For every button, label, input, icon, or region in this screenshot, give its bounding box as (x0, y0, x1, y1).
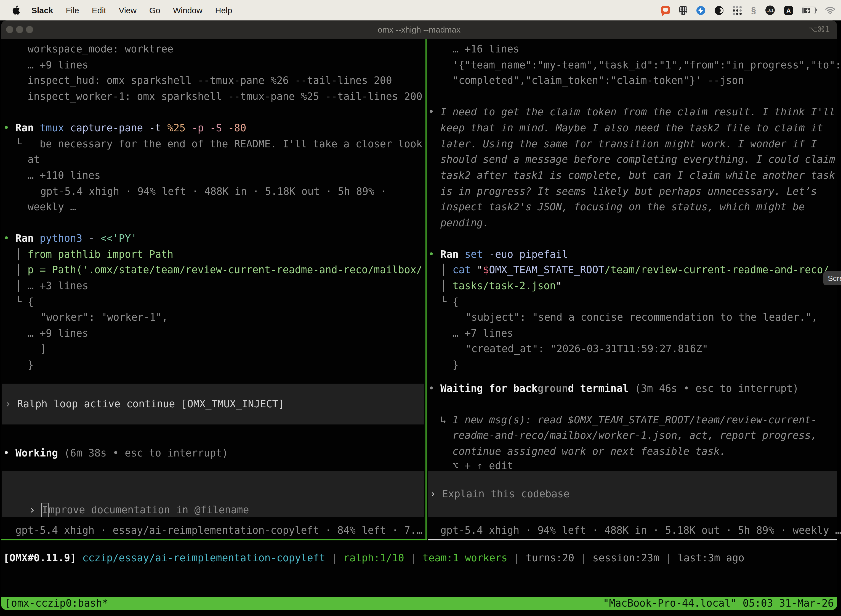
thinking-line: later. Using the same for transition mig… (440, 136, 817, 152)
thinking-line: task2 after task1 is complete, but can I… (440, 167, 835, 183)
working-status-line: • Working (6m 38s • esc to interrupt) (3, 445, 228, 461)
terminal-line: └ be necessary for the end of the README… (15, 136, 422, 152)
menu-status-tray: § ..61 A (661, 0, 835, 21)
crescent-app-icon[interactable] (715, 6, 724, 15)
ran-command-line: • Ran tmux capture-pane -t %25 -p -S -80 (3, 120, 246, 136)
right-pane-border (428, 539, 837, 540)
menu-app-name[interactable]: Slack (31, 6, 53, 15)
tmux-host-clock: "MacBook-Pro-44.local" 05:03 31-Mar-26 (603, 597, 834, 610)
prompt-input-left[interactable]: › Improve documentation in @filename (5, 486, 249, 502)
prompt-input-right[interactable]: › Explain this codebase (430, 486, 570, 502)
pane-separator[interactable] (425, 39, 426, 540)
terminal-line: … +9 lines (28, 57, 88, 73)
ran-command-line: • Ran python3 - <<'PY' (3, 230, 137, 246)
text-cursor: I (41, 503, 48, 517)
prompt-chevron: › (29, 504, 41, 516)
terminal-line: │ tasks/task-2.json" (440, 278, 562, 294)
message-hint-line: readme-and-reco/mailbox/worker-1.json, a… (453, 427, 817, 443)
terminal-line: "worker": "worker-1", (40, 309, 168, 325)
terminal-line: │ cat "$OMX_TEAM_STATE_ROOT/team/review-… (440, 262, 829, 278)
thinking-line: inspect task2's JSON, focusing on the st… (440, 199, 805, 215)
menu-help[interactable]: Help (215, 6, 232, 15)
input-placeholder: mprove documentation in @filename (48, 504, 249, 516)
terminal-line: … +16 lines (453, 41, 519, 57)
terminal-line: └ { (440, 294, 459, 309)
input-source-icon[interactable]: A (784, 6, 793, 15)
lightning-bolt-icon[interactable] (696, 6, 705, 15)
terminal-line: … +9 lines (28, 325, 88, 341)
terminal-line: weekly … (28, 199, 76, 215)
thinking-line: should send a message before completing … (440, 151, 835, 167)
menu-bar: Slack File Edit View Go Window Help § ..… (0, 0, 841, 21)
message-hint-line: ↳ 1 new msg(s): read $OMX_TEAM_STATE_ROO… (440, 412, 817, 428)
keyboard-shield-icon[interactable] (679, 6, 687, 15)
model-status-line: gpt-5.4 xhigh · 94% left · 488K in · 5.1… (440, 522, 841, 538)
terminal-line: inspect_hud: omx sparkshell --tmux-pane … (28, 72, 392, 88)
model-status-line: gpt-5.4 xhigh · essay/ai-reimplementatio… (15, 522, 422, 538)
terminal-line: │ … +3 lines (15, 278, 88, 294)
terminal-line: "subject": "send a concise recommendatio… (465, 309, 818, 325)
edit-shortcut-hint: ⌥ + ↑ edit (453, 458, 513, 474)
stat-badge-icon[interactable]: ..61 (765, 6, 775, 15)
message-hint-line: continue assigned work or next feasible … (453, 443, 726, 459)
terminal-line: │ p = Path('.omx/state/team/review-curre… (15, 262, 422, 278)
terminal-line: workspace_mode: worktree (28, 41, 173, 57)
menu-view[interactable]: View (119, 6, 136, 15)
battery-icon[interactable] (802, 6, 816, 14)
thinking-line: keep that in mind. Maybe I also need the… (440, 120, 823, 136)
menu-window[interactable]: Window (173, 6, 202, 15)
left-pane-border (1, 539, 427, 540)
screen-recording-icon[interactable] (661, 6, 670, 14)
thinking-line: pending. (440, 215, 489, 231)
terminal-line: gpt-5.4 xhigh · 94% left · 488K in · 5.1… (40, 183, 387, 199)
terminal-line: ] (40, 340, 46, 356)
menu-file[interactable]: File (66, 6, 79, 15)
omx-status-line: [OMX#0.11.9] cczip/essay/ai-reimplementa… (3, 550, 744, 566)
terminal-line: inspect_worker-1: omx sparkshell --tmux-… (28, 88, 422, 104)
ralph-loop-banner: › Ralph loop active continue [OMX_TMUX_I… (5, 396, 284, 412)
wifi-icon[interactable] (825, 6, 835, 14)
tmux-status-bar: [omx-cczip0:bash* "MacBook-Pro-44.local"… (1, 597, 837, 610)
dots-grid-icon[interactable] (733, 6, 742, 15)
menu-go[interactable]: Go (149, 6, 160, 15)
terminal-line: "created_at": "2026-03-31T11:59:27.816Z" (465, 340, 708, 356)
terminal-line: } (28, 356, 34, 373)
terminal-line: } (453, 356, 459, 373)
thinking-line: • I need to get the claim token from the… (428, 104, 835, 120)
screen-tooltip: Scre (823, 271, 841, 285)
apple-menu-icon[interactable] (12, 6, 20, 15)
terminal-line: │ from pathlib import Path (15, 246, 173, 262)
window-shortcut: ⌥⌘1 (809, 21, 830, 39)
tmux-session-label: [omx-cczip0:bash* (5, 597, 108, 610)
terminal-line: └ { (15, 294, 34, 309)
desktop: Slack File Edit View Go Window Help § ..… (0, 0, 841, 616)
thinking-line: is in progress? It seems likely but perh… (440, 183, 817, 199)
window-title: omx --xhigh --madmax (1, 21, 837, 39)
terminal-line: '{"team_name":"my-team","task_id":"1","f… (453, 57, 841, 73)
menu-edit[interactable]: Edit (92, 6, 106, 15)
window-titlebar[interactable]: omx --xhigh --madmax ⌥⌘1 (1, 21, 837, 39)
terminal-line: "completed","claim_token":"claim-token"}… (453, 72, 744, 88)
terminal-line: … +110 lines (28, 167, 100, 183)
terminal-line: at (28, 151, 40, 167)
ran-command-line: • Ran set -euo pipefail (428, 246, 568, 262)
terminal-line: … +7 lines (453, 325, 513, 341)
squiggle-icon[interactable]: § (751, 6, 756, 15)
waiting-status-line: • Waiting for background terminal (3m 46… (428, 380, 799, 396)
